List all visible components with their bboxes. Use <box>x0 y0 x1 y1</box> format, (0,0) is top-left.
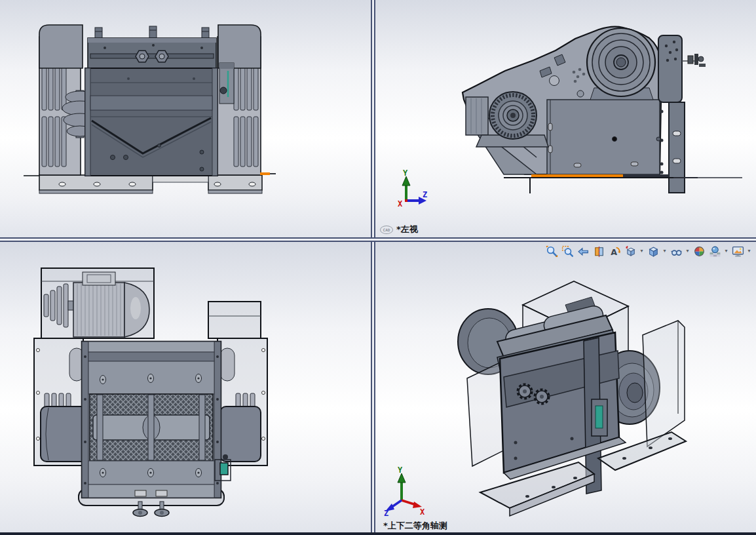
viewport-label-left-view: CAD *左视 <box>380 224 418 235</box>
isometric-view-model <box>375 242 756 533</box>
top-view-model <box>0 242 371 533</box>
cad-stamp-icon: CAD <box>380 226 393 234</box>
front-view-model <box>0 0 371 237</box>
view-orientation-icon[interactable] <box>623 244 637 258</box>
window-bottom-edge <box>0 532 756 535</box>
main-body-front <box>85 68 217 176</box>
view-settings-icon[interactable] <box>730 244 745 258</box>
viewport-front-view[interactable] <box>0 0 371 237</box>
svg-text:A: A <box>611 247 617 256</box>
central-body-top <box>79 342 224 505</box>
base-plates <box>24 175 262 193</box>
orange-edge-highlight <box>260 172 276 175</box>
previous-view-icon[interactable] <box>576 244 590 258</box>
flywheel <box>587 28 655 100</box>
viewport-isometric-view[interactable]: A▾▾▾▾▾ Y X Z *上下二等角轴测 <box>375 242 756 533</box>
view-orientation-dropdown-caret[interactable]: ▾ <box>639 244 645 258</box>
right-bracket-tensioner <box>219 63 234 104</box>
view-settings-dropdown-caret[interactable]: ▾ <box>746 244 752 258</box>
hide-show-items-dropdown-caret[interactable]: ▾ <box>685 244 690 258</box>
lid-and-studs <box>88 26 216 68</box>
zoom-to-fit-icon[interactable] <box>544 244 559 258</box>
clamp-detail <box>682 54 706 67</box>
left-view-model <box>375 0 756 237</box>
right-panel-transparent <box>643 321 685 446</box>
svg-text:X: X <box>420 507 425 516</box>
viewport-label-isometric: *上下二等角轴测 <box>383 520 447 532</box>
heads-up-view-toolbar: A▾▾▾▾▾ <box>544 244 752 258</box>
display-style-dropdown-caret[interactable]: ▾ <box>662 244 668 258</box>
svg-text:Z: Z <box>384 509 388 516</box>
svg-text:X: X <box>398 199 403 207</box>
horizontal-splitter[interactable] <box>0 237 756 242</box>
edit-appearance-icon[interactable] <box>692 244 706 258</box>
orientation-triad-isometric: Y X Z <box>383 464 426 516</box>
orientation-triad-left-view: Y Z X <box>388 168 429 207</box>
apply-scene-icon[interactable] <box>708 244 722 258</box>
svg-text:Y: Y <box>398 466 403 475</box>
right-mounting-bracket <box>658 35 685 193</box>
svg-text:Z: Z <box>423 190 427 199</box>
viewport-left-view[interactable]: Y Z X CAD *左视 <box>375 0 756 237</box>
base-line-and-orange <box>504 174 742 193</box>
teal-sensor-iso <box>592 399 607 436</box>
section-view-icon[interactable] <box>592 244 606 258</box>
solidworks-graphics-area: Y Z X CAD *左视 <box>0 0 756 535</box>
lower-panel <box>547 100 660 174</box>
viewport-top-view[interactable] <box>0 242 371 533</box>
svg-text:Y: Y <box>403 168 408 178</box>
zoom-to-area-icon[interactable] <box>560 244 575 258</box>
annotation-views-icon[interactable]: A <box>607 244 622 258</box>
display-style-icon[interactable] <box>646 244 660 258</box>
apply-scene-dropdown-caret[interactable]: ▾ <box>723 244 729 258</box>
view-name: *左视 <box>396 224 418 235</box>
vertical-splitter[interactable] <box>371 0 375 533</box>
view-name: *上下二等角轴测 <box>383 520 447 532</box>
hide-show-items-icon[interactable] <box>669 244 683 258</box>
